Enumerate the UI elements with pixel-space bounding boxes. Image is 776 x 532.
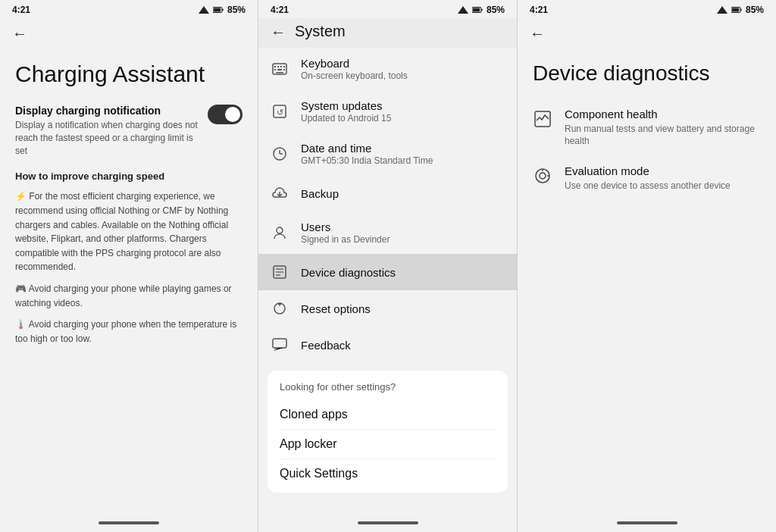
right-panel: 4:21 85% ← Device diagnostics Component … <box>518 0 776 532</box>
svg-marker-4 <box>458 6 468 14</box>
component-health-label: Component health <box>565 108 761 120</box>
back-button-right[interactable]: ← <box>518 18 776 45</box>
battery-text-right: 85% <box>746 5 764 15</box>
component-health-sub: Run manual tests and view battery and st… <box>565 123 761 149</box>
back-button-left[interactable]: ← <box>0 18 258 45</box>
svg-rect-6 <box>481 9 482 11</box>
svg-rect-7 <box>473 8 480 12</box>
evaluation-mode-label: Evaluation mode <box>565 164 731 177</box>
suggestion-app-locker[interactable]: App locker <box>280 430 496 459</box>
svg-marker-30 <box>717 6 728 14</box>
tip-1: ⚡ For the most efficient charging experi… <box>15 189 242 274</box>
battery-text-mid: 85% <box>487 5 505 15</box>
svg-point-36 <box>540 173 546 179</box>
status-bar-left: 4:21 85% <box>0 0 258 18</box>
svg-rect-15 <box>283 69 285 70</box>
charging-toggle[interactable] <box>208 105 242 124</box>
time-left: 4:21 <box>12 5 30 15</box>
component-health-icon <box>533 109 552 129</box>
date-time-icon <box>271 145 289 163</box>
mid-header: ← System <box>258 18 517 48</box>
svg-rect-12 <box>283 66 285 67</box>
menu-item-reset-options[interactable]: Reset options <box>258 290 517 327</box>
battery-icon-right <box>731 6 742 14</box>
status-right-left: 85% <box>199 5 246 15</box>
users-label: Users <box>301 221 505 233</box>
suggestions-card: Looking for other settings? Cloned apps … <box>268 371 508 493</box>
device-diagnostics-label: Device diagnostics <box>301 266 505 279</box>
feedback-icon <box>271 336 289 354</box>
left-panel: 4:21 85% ← Charging Assistant Display ch… <box>0 0 258 532</box>
reset-options-label: Reset options <box>301 302 505 315</box>
users-icon <box>271 224 289 242</box>
bottom-bar-left <box>0 515 258 532</box>
home-indicator-mid <box>358 521 418 524</box>
system-updates-icon: ↺ <box>271 102 289 120</box>
keyboard-sub: On-screen keyboard, tools <box>301 70 505 81</box>
svg-rect-2 <box>222 9 223 11</box>
system-updates-sub: Updated to Android 15 <box>301 113 505 124</box>
users-sub: Signed in as Devinder <box>301 234 505 245</box>
backup-label: Backup <box>301 187 505 200</box>
mid-panel: 4:21 85% ← System Keyboard On-screen key… <box>258 0 518 532</box>
status-right-right: 85% <box>717 5 764 15</box>
menu-item-feedback[interactable]: Feedback <box>258 327 517 363</box>
system-updates-label: System updates <box>301 99 505 112</box>
evaluation-mode-icon <box>533 166 552 186</box>
svg-point-23 <box>277 227 283 233</box>
menu-item-users[interactable]: Users Signed in as Devinder <box>258 211 517 254</box>
setting-desc: Display a notification when charging doe… <box>15 119 199 157</box>
system-menu-list: Keyboard On-screen keyboard, tools ↺ Sys… <box>258 48 517 515</box>
menu-item-keyboard[interactable]: Keyboard On-screen keyboard, tools <box>258 48 517 90</box>
svg-rect-29 <box>273 339 286 348</box>
svg-rect-32 <box>740 9 741 11</box>
keyboard-icon <box>271 60 289 78</box>
left-content: Charging Assistant Display charging noti… <box>0 45 258 515</box>
right-panel-title: Device diagnostics <box>533 61 761 86</box>
suggestion-cloned-apps[interactable]: Cloned apps <box>280 400 496 430</box>
svg-rect-3 <box>214 8 221 12</box>
battery-icon-mid <box>472 6 483 14</box>
menu-item-device-diagnostics[interactable]: Device diagnostics <box>258 254 517 290</box>
svg-rect-11 <box>280 66 282 67</box>
svg-rect-33 <box>732 8 739 12</box>
svg-rect-9 <box>274 66 276 67</box>
tip-2: 🎮 Avoid charging your phone while playin… <box>15 282 242 310</box>
battery-icon-left <box>213 6 224 14</box>
signal-icon-mid <box>458 6 468 14</box>
setting-label: Display charging notification <box>15 105 199 117</box>
status-bar-right: 4:21 85% <box>518 0 776 18</box>
keyboard-label: Keyboard <box>301 57 505 70</box>
home-indicator-left <box>99 521 159 524</box>
reset-options-icon <box>271 299 289 318</box>
suggestion-quick-settings[interactable]: Quick Settings <box>280 459 496 488</box>
backup-icon <box>271 184 289 202</box>
svg-rect-14 <box>277 69 282 70</box>
device-diagnostics-icon <box>271 263 289 281</box>
evaluation-mode-item[interactable]: Evaluation mode Use one device to assess… <box>533 164 761 192</box>
feedback-label: Feedback <box>301 339 505 352</box>
time-right: 4:21 <box>530 5 548 15</box>
date-time-label: Date and time <box>301 142 505 155</box>
tip-3: 🌡️ Avoid charging your phone when the te… <box>15 318 242 346</box>
bottom-bar-right <box>518 515 776 532</box>
how-to-title: How to improve charging speed <box>15 171 242 182</box>
svg-text:↺: ↺ <box>277 108 283 117</box>
charging-tips: ⚡ For the most efficient charging experi… <box>15 189 242 346</box>
signal-icon-right <box>717 6 728 14</box>
svg-rect-16 <box>276 72 283 74</box>
battery-text-left: 85% <box>227 5 246 15</box>
svg-rect-13 <box>274 69 276 70</box>
menu-item-system-updates[interactable]: ↺ System updates Updated to Android 15 <box>258 90 517 133</box>
date-time-sub: GMT+05:30 India Standard Time <box>301 155 505 166</box>
suggestions-title: Looking for other settings? <box>280 381 496 393</box>
menu-item-backup[interactable]: Backup <box>258 175 517 211</box>
back-button-mid[interactable]: ← <box>271 24 286 39</box>
menu-item-date-time[interactable]: Date and time GMT+05:30 India Standard T… <box>258 133 517 175</box>
component-health-item[interactable]: Component health Run manual tests and vi… <box>533 108 761 149</box>
evaluation-mode-sub: Use one device to assess another device <box>565 180 731 192</box>
bottom-bar-mid <box>258 515 517 532</box>
status-bar-mid: 4:21 85% <box>258 0 517 18</box>
mid-panel-title: System <box>295 23 346 40</box>
home-indicator-right <box>617 521 677 524</box>
